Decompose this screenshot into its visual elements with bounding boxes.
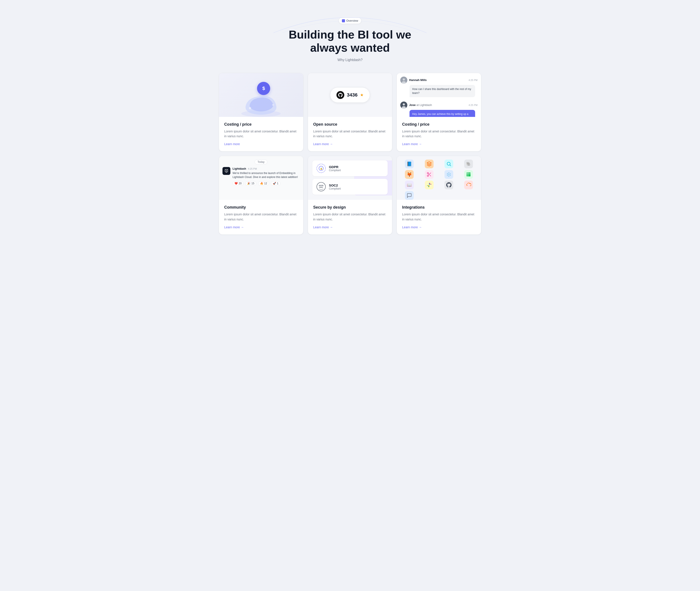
card-title-community: Community bbox=[224, 205, 298, 210]
arrow-icon-chat: → bbox=[419, 142, 422, 146]
jose-message: Hey James, you can achieve this by setti… bbox=[409, 110, 475, 117]
emoji-reactions: ❤️ 20 🎉 15 🔥 12 🚀 1 bbox=[233, 181, 300, 186]
svg-point-17 bbox=[427, 175, 429, 177]
integration-icon-layers bbox=[425, 159, 434, 168]
costing-illustration: $ bbox=[219, 73, 303, 117]
hand-svg bbox=[239, 88, 283, 117]
card-content-costing-1: Costing / price Lorem ipsum dolor sit am… bbox=[219, 117, 303, 151]
hannah-message: How can I share this dashboard with the … bbox=[409, 85, 475, 97]
hero-subtitle: Why Lightdash? bbox=[219, 58, 481, 62]
card-title-secure: Secure by design bbox=[313, 205, 387, 210]
lightdash-notif-icon bbox=[223, 167, 230, 175]
gdpr-info: GDPR Compliant bbox=[329, 165, 341, 172]
svg-text:AICPA: AICPA bbox=[319, 185, 323, 186]
card-desc-integrations: Lorem ipsum dolor sit amet consectetur. … bbox=[402, 212, 476, 222]
svg-point-16 bbox=[427, 173, 429, 174]
svg-text:🔒: 🔒 bbox=[320, 167, 322, 170]
party-count: 15 bbox=[251, 182, 254, 185]
notif-content: Lightdash 4:25 PM We're thrilled to anno… bbox=[233, 167, 300, 186]
gdpr-logo: 🔒 bbox=[316, 163, 326, 173]
svg-point-1 bbox=[249, 107, 251, 109]
reaction-party: 🎉 15 bbox=[245, 181, 256, 186]
arrow-icon-integrations: → bbox=[419, 225, 422, 229]
reaction-heart: ❤️ 20 bbox=[233, 181, 243, 186]
hannah-time: 4:25 PM bbox=[469, 79, 477, 81]
card-open-source: 3436 ★ Open source Lorem ipsum dolor sit… bbox=[308, 73, 392, 152]
gdpr-item: 🔒 GDPR Compliant bbox=[312, 160, 388, 176]
svg-point-15 bbox=[447, 162, 450, 165]
notif-time: 4:25 PM bbox=[248, 168, 257, 170]
card-community: Today Lightdash 4:25 PM bbox=[219, 156, 303, 235]
learn-more-integrations[interactable]: Learn more → bbox=[402, 225, 422, 229]
notification-row: Lightdash 4:25 PM We're thrilled to anno… bbox=[223, 167, 300, 186]
card-desc-costing-1: Lorem ipsum dolor sit amet consectetur. … bbox=[224, 129, 298, 139]
integration-icon-joomla bbox=[464, 181, 473, 189]
card-content-chat: Costing / price Lorem ipsum dolor sit am… bbox=[397, 117, 481, 151]
card-image-integrations: 📘 🐘 🦊 ❄️ bbox=[397, 156, 481, 200]
github-badge: 3436 ★ bbox=[330, 87, 370, 103]
integration-icon-fox: 🦊 bbox=[405, 170, 414, 179]
notif-text: We're thrilled to announce the launch of… bbox=[233, 171, 300, 179]
arrow-icon-community: → bbox=[241, 225, 244, 229]
arrow-icon-secure: → bbox=[330, 225, 333, 229]
card-desc-opensource: Lorem ipsum dolor sit amet consectetur. … bbox=[313, 129, 387, 139]
card-image-costing: $ bbox=[219, 73, 303, 117]
learn-more-community[interactable]: Learn more → bbox=[224, 225, 244, 229]
cards-row-1: $ Costing / price Lorem ipsum dolor s bbox=[219, 73, 481, 152]
card-title-integrations: Integrations bbox=[402, 205, 476, 210]
card-content-community: Community Lorem ipsum dolor sit amet con… bbox=[219, 200, 303, 235]
github-star-count: 3436 bbox=[347, 92, 358, 98]
chat-row-hannah: Hannah Mills 4:25 PM How can I share thi… bbox=[400, 77, 477, 97]
jose-time: 4:25 PM bbox=[469, 104, 477, 107]
learn-more-label-integrations: Learn more bbox=[402, 225, 418, 229]
integration-icon-book: 📘 bbox=[405, 159, 414, 168]
notif-header: Lightdash 4:25 PM bbox=[233, 167, 300, 170]
card-desc-secure: Lorem ipsum dolor sit amet consectetur. … bbox=[313, 212, 387, 222]
gdpr-name: GDPR bbox=[329, 165, 341, 169]
date-badge: Today bbox=[255, 159, 267, 165]
learn-more-label-chat: Learn more bbox=[402, 142, 418, 146]
integration-icon-scissors bbox=[425, 170, 434, 179]
rocket-count: 1 bbox=[277, 182, 279, 185]
heart-count: 20 bbox=[239, 182, 241, 185]
card-title-opensource: Open source bbox=[313, 122, 387, 127]
learn-more-secure[interactable]: Learn more → bbox=[313, 225, 333, 229]
cards-row-2: Today Lightdash 4:25 PM bbox=[219, 156, 481, 235]
page-wrapper: Overview Building the BI tool we always … bbox=[219, 9, 481, 239]
svg-point-4 bbox=[403, 78, 405, 80]
card-title-costing-1: Costing / price bbox=[224, 122, 298, 127]
soc2-logo: AICPA SOC bbox=[316, 182, 326, 192]
integration-icon-sheets bbox=[464, 170, 473, 179]
integration-icon-slack bbox=[425, 181, 434, 189]
hannah-name: Hannah Mills bbox=[409, 78, 426, 82]
card-costing-price-1: $ Costing / price Lorem ipsum dolor s bbox=[219, 73, 303, 152]
hero-title-line2: always wanted bbox=[310, 41, 390, 54]
soc2-info: SOC2 Compliant bbox=[329, 183, 341, 190]
gdpr-status: Compliant bbox=[329, 169, 341, 172]
chat-row-jose: Jose at Lightdash 4:25 PM Hey James, you… bbox=[400, 102, 477, 117]
card-image-community: Today Lightdash 4:25 PM bbox=[219, 156, 303, 200]
fire-count: 12 bbox=[264, 182, 267, 185]
integrations-illustration: 📘 🐘 🦊 ❄️ bbox=[397, 156, 481, 200]
integration-icon-chat bbox=[405, 191, 414, 200]
learn-more-costing-1[interactable]: Learn more bbox=[224, 142, 240, 146]
integration-icon-purple-book: 📖 bbox=[405, 181, 414, 189]
card-secure: 🔒 GDPR Compliant AICPA bbox=[308, 156, 392, 235]
integration-icon-github bbox=[445, 181, 453, 189]
card-image-secure: 🔒 GDPR Compliant AICPA bbox=[308, 156, 392, 200]
card-content-integrations: Integrations Lorem ipsum dolor sit amet … bbox=[397, 200, 481, 235]
soc2-item: AICPA SOC SOC2 Compliant bbox=[312, 179, 388, 195]
avatar-hannah bbox=[400, 77, 407, 84]
learn-more-label-opensource: Learn more bbox=[313, 142, 329, 146]
card-content-opensource: Open source Lorem ipsum dolor sit amet c… bbox=[308, 117, 392, 151]
card-content-secure: Secure by design Lorem ipsum dolor sit a… bbox=[308, 200, 392, 235]
svg-rect-18 bbox=[467, 173, 471, 177]
arc-decoration bbox=[274, 9, 426, 33]
learn-more-chat[interactable]: Learn more → bbox=[402, 142, 422, 146]
avatar-jose bbox=[400, 102, 407, 109]
github-icon bbox=[336, 91, 344, 99]
jose-name: Jose at Lightdash bbox=[409, 103, 432, 107]
chat-illustration: Hannah Mills 4:25 PM How can I share thi… bbox=[397, 73, 481, 117]
card-image-chat: Hannah Mills 4:25 PM How can I share thi… bbox=[397, 73, 481, 117]
learn-more-opensource[interactable]: Learn more → bbox=[313, 142, 333, 146]
